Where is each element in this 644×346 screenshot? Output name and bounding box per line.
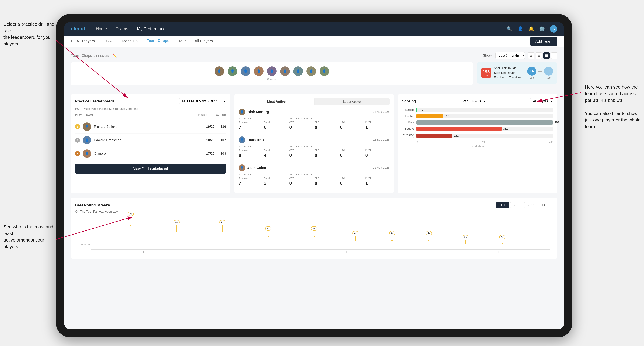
player-avatar-5[interactable]: 👤 [267,66,277,76]
show-select[interactable]: Last 3 months Last 6 months Last year [496,52,525,59]
yds-dash: — [538,69,542,74]
ipad-frame: clippd Home Teams My Performance 🔍 👤 🔔 ⚙… [56,14,572,337]
scoring-header: Scoring Par 3, 4 & 5s All Players [402,98,553,104]
tr-label-2: Total Rounds [239,145,288,148]
bar-chart: Eagles 3 Birdies 96 [402,108,553,139]
tournament-val-1: 7 [239,125,263,130]
bar-track-eagles: 3 [416,108,553,112]
avatar[interactable]: C [550,25,558,32]
user-icon[interactable]: 👤 [518,26,523,32]
player-avatar-2[interactable]: 👤 [228,66,237,76]
nav-performance[interactable]: My Performance [137,26,168,31]
streaks-chart-container: Fairway % 7x6x6x5x5x4x4x4x3x3x |||||||||… [78,216,550,255]
filter-arg-button[interactable]: ARG [524,202,538,208]
show-label: Show: [483,53,492,57]
practice-leaderboards-card: Practice Leaderboards PUTT Must Make Put… [71,94,230,193]
bar-fill-pars: 499 [416,120,553,125]
filter-app-button[interactable]: APP [510,202,523,208]
team-title: Team Clippd 14 Players [71,53,109,58]
subnav-all-players[interactable]: All Players [194,39,213,44]
bar-birdies: Birdies 96 [402,114,553,118]
lb-name-1: Richard Butler... [94,125,201,129]
navbar: clippd Home Teams My Performance 🔍 👤 🔔 ⚙… [64,22,564,36]
ott-val-1: 0 [289,125,314,130]
edit-icon[interactable]: ✏️ [112,53,117,58]
view-full-leaderboard-button[interactable]: View Full Leaderboard [75,164,226,173]
putt-l-3: PUTT [366,177,390,179]
scoring-filter-par[interactable]: Par 3, 4 & 5s [460,98,486,104]
bell-icon[interactable]: 🔔 [528,26,534,32]
player-avatar-9[interactable]: 👤 [320,66,329,76]
lb-avatar-2: 👤 [83,136,91,144]
navbar-links: Home Teams My Performance [96,26,506,31]
view-list-button[interactable]: ☰ [544,52,550,59]
streaks-filters: OTT APP ARG PUTT [496,202,553,208]
activity-date-2: 02 Sep 2023 [373,138,390,142]
subnav-pgat[interactable]: PGAT Players [71,39,95,44]
streak-pin-3: 5x [265,226,271,237]
player-avatar-7[interactable]: 👤 [293,66,303,76]
tourn-v-2: 8 [239,153,263,158]
bar-fill-eagles: 3 [416,108,418,112]
rank-badge-3: 3 [75,151,80,156]
putt-label-1: PUTT [366,121,390,124]
practice-val-1: 6 [264,125,288,130]
bar-bogeys: Bogeys 311 [402,127,553,131]
putt-val-1: 1 [366,125,390,130]
player-avatar-8[interactable]: 👤 [306,66,316,76]
bar-dbogeys: D. Bogeys + 131 [402,133,553,139]
tourn-v-3: 7 [239,180,263,186]
subnav-pga[interactable]: PGA [104,39,112,44]
add-team-button[interactable]: Add Team [530,37,558,46]
chart-x-label: Total Shots [402,145,553,148]
yds-left: 16 yds [527,67,536,79]
player-avatar-1[interactable]: 👤 [214,66,224,76]
filter-ott-button[interactable]: OTT [496,202,509,208]
practice-label-1: Practice [264,121,288,124]
shot-badge: 198 SG [481,68,491,78]
rank-badge-2: 2 [75,138,80,143]
view-sort-button[interactable]: ↕ [551,52,558,59]
player-avatar-6[interactable]: 👤 [280,66,290,76]
chart-axis: 0 200 400 [402,141,553,144]
ott-v-2: 0 [289,153,314,158]
player-avatar-3[interactable]: 👤 [241,66,250,76]
players-avatars: 👤 👤 👤 👤 👤 👤 👤 👤 👤 [214,66,329,76]
nav-home[interactable]: Home [96,26,107,31]
subnav-tour[interactable]: Tour [178,39,186,44]
subnav-team-clippd[interactable]: Team Clippd [147,38,170,44]
subnav-hcaps[interactable]: Hcaps 1-5 [120,39,138,44]
app-l-2: APP [315,149,339,152]
arg-v-3: 0 [340,180,364,186]
app-val-1: 0 [315,125,339,130]
view-grid3-button[interactable]: ⊟ [536,52,542,59]
filter-putt-button[interactable]: PUTT [539,202,553,208]
leaderboard-header: Practice Leaderboards PUTT Must Make Put… [75,98,226,104]
lb-avg-2: 107 [217,138,226,142]
ott-l-2: OTT [289,149,314,152]
x-axis-labels: |||||||||| [92,250,550,253]
tab-most-active[interactable]: Most Active [239,98,314,105]
tab-least-active[interactable]: Least Active [314,98,390,105]
activity-player-1: 👤 Blair McHarg 26 Aug 2023 Total Rounds … [239,105,390,133]
nav-teams[interactable]: Teams [116,26,128,31]
activity-date-3: 26 Aug 2023 [373,166,390,170]
streaks-card: Best Round Streaks OTT APP ARG PUTT Off … [71,198,558,259]
y-label-low: Fairway % [80,243,90,246]
player-avatar-4[interactable]: 👤 [254,66,264,76]
app-l-3: APP [315,177,339,179]
lb-avatar-3: 👤 [83,149,91,158]
streak-pin-7: 4x [426,231,432,241]
bar-pars: Pars 499 [402,120,553,125]
main-content: Team Clippd 14 Players ✏️ Show: Last 3 m… [64,47,564,330]
ott-l-3: OTT [289,177,314,179]
prac-v-3: 2 [264,180,288,186]
search-icon[interactable]: 🔍 [506,26,512,32]
scoring-filter-players[interactable]: All Players [530,98,553,104]
tp-label-2: Total Practice Activities [289,145,390,148]
view-grid2-button[interactable]: ⊞ [528,52,534,59]
yds-right: 0 yds [544,67,553,79]
drill-select[interactable]: PUTT Must Make Putting ... [179,98,226,104]
lb-score-3: 17/20 [204,152,214,156]
settings-icon[interactable]: ⚙️ [539,26,545,32]
